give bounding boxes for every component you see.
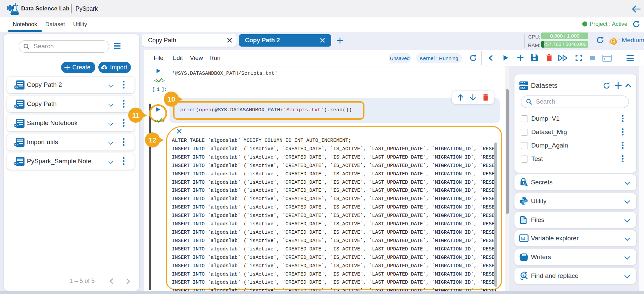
svg-text:(x): (x) bbox=[521, 237, 525, 240]
svg-text:a: a bbox=[523, 273, 525, 277]
